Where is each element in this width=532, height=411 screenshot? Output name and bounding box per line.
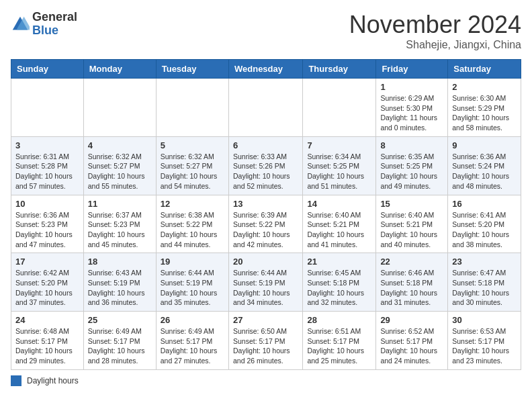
- day-info: Sunrise: 6:46 AM Sunset: 5:18 PM Dayligh…: [380, 268, 443, 308]
- calendar-day-header: Thursday: [303, 60, 376, 79]
- day-info: Sunrise: 6:39 AM Sunset: 5:22 PM Dayligh…: [233, 210, 298, 250]
- day-number: 20: [233, 257, 298, 267]
- day-number: 6: [233, 140, 298, 150]
- calendar-cell: 27Sunrise: 6:50 AM Sunset: 5:17 PM Dayli…: [228, 312, 302, 370]
- calendar-week-row: 3Sunrise: 6:31 AM Sunset: 5:28 PM Daylig…: [11, 136, 521, 195]
- day-info: Sunrise: 6:29 AM Sunset: 5:30 PM Dayligh…: [380, 93, 443, 133]
- day-number: 12: [161, 199, 224, 209]
- calendar-cell: 10Sunrise: 6:36 AM Sunset: 5:23 PM Dayli…: [11, 195, 84, 253]
- day-info: Sunrise: 6:51 AM Sunset: 5:17 PM Dayligh…: [307, 326, 371, 366]
- logo-text: General Blue: [32, 11, 77, 38]
- calendar-day-header: Saturday: [448, 60, 521, 79]
- legend: Daylight hours: [11, 375, 521, 386]
- day-number: 15: [380, 199, 443, 209]
- day-info: Sunrise: 6:50 AM Sunset: 5:17 PM Dayligh…: [233, 326, 298, 366]
- calendar-cell: [303, 79, 376, 137]
- calendar-cell: 25Sunrise: 6:49 AM Sunset: 5:17 PM Dayli…: [83, 312, 156, 370]
- calendar-week-row: 24Sunrise: 6:48 AM Sunset: 5:17 PM Dayli…: [11, 312, 521, 370]
- calendar-cell: 4Sunrise: 6:32 AM Sunset: 5:27 PM Daylig…: [83, 136, 156, 195]
- calendar-day-header: Sunday: [11, 60, 84, 79]
- day-info: Sunrise: 6:36 AM Sunset: 5:23 PM Dayligh…: [15, 210, 79, 250]
- logo-blue: Blue: [32, 24, 77, 38]
- calendar-cell: 5Sunrise: 6:32 AM Sunset: 5:27 PM Daylig…: [156, 136, 228, 195]
- day-number: 22: [380, 257, 443, 267]
- day-number: 1: [380, 82, 443, 92]
- calendar-cell: [83, 79, 156, 137]
- calendar-cell: 6Sunrise: 6:33 AM Sunset: 5:26 PM Daylig…: [228, 136, 302, 195]
- day-info: Sunrise: 6:41 AM Sunset: 5:20 PM Dayligh…: [452, 210, 517, 250]
- day-info: Sunrise: 6:42 AM Sunset: 5:20 PM Dayligh…: [15, 268, 79, 308]
- calendar-cell: 28Sunrise: 6:51 AM Sunset: 5:17 PM Dayli…: [303, 312, 376, 370]
- month-title: November 2024: [349, 11, 521, 39]
- calendar-day-header: Friday: [376, 60, 448, 79]
- day-number: 7: [307, 140, 371, 150]
- calendar-cell: 15Sunrise: 6:40 AM Sunset: 5:21 PM Dayli…: [376, 195, 448, 253]
- calendar-day-header: Wednesday: [228, 60, 302, 79]
- calendar-cell: [156, 79, 228, 137]
- day-number: 24: [15, 315, 79, 325]
- day-info: Sunrise: 6:30 AM Sunset: 5:29 PM Dayligh…: [452, 93, 517, 133]
- day-number: 14: [307, 199, 371, 209]
- day-number: 25: [88, 315, 152, 325]
- location: Shahejie, Jiangxi, China: [349, 39, 521, 51]
- day-number: 29: [380, 315, 443, 325]
- calendar-cell: 17Sunrise: 6:42 AM Sunset: 5:20 PM Dayli…: [11, 253, 84, 312]
- calendar-cell: 16Sunrise: 6:41 AM Sunset: 5:20 PM Dayli…: [448, 195, 521, 253]
- day-info: Sunrise: 6:49 AM Sunset: 5:17 PM Dayligh…: [161, 326, 224, 366]
- calendar-cell: 23Sunrise: 6:47 AM Sunset: 5:18 PM Dayli…: [448, 253, 521, 312]
- page-header: General Blue November 2024 Shahejie, Jia…: [11, 11, 521, 51]
- calendar-cell: 21Sunrise: 6:45 AM Sunset: 5:18 PM Dayli…: [303, 253, 376, 312]
- day-number: 10: [15, 199, 79, 209]
- calendar-cell: 11Sunrise: 6:37 AM Sunset: 5:23 PM Dayli…: [83, 195, 156, 253]
- day-number: 27: [233, 315, 298, 325]
- calendar-cell: 13Sunrise: 6:39 AM Sunset: 5:22 PM Dayli…: [228, 195, 302, 253]
- day-info: Sunrise: 6:37 AM Sunset: 5:23 PM Dayligh…: [88, 210, 152, 250]
- day-info: Sunrise: 6:35 AM Sunset: 5:25 PM Dayligh…: [380, 152, 443, 191]
- day-info: Sunrise: 6:33 AM Sunset: 5:26 PM Dayligh…: [233, 152, 298, 191]
- day-number: 21: [307, 257, 371, 267]
- legend-box: [11, 375, 21, 386]
- calendar-cell: 29Sunrise: 6:52 AM Sunset: 5:17 PM Dayli…: [376, 312, 448, 370]
- day-number: 23: [452, 257, 517, 267]
- calendar-cell: 18Sunrise: 6:43 AM Sunset: 5:19 PM Dayli…: [83, 253, 156, 312]
- day-number: 26: [161, 315, 224, 325]
- day-number: 4: [88, 140, 152, 150]
- calendar-cell: 14Sunrise: 6:40 AM Sunset: 5:21 PM Dayli…: [303, 195, 376, 253]
- calendar-day-header: Tuesday: [156, 60, 228, 79]
- calendar-week-row: 17Sunrise: 6:42 AM Sunset: 5:20 PM Dayli…: [11, 253, 521, 312]
- day-info: Sunrise: 6:52 AM Sunset: 5:17 PM Dayligh…: [380, 326, 443, 366]
- calendar-header-row: SundayMondayTuesdayWednesdayThursdayFrid…: [11, 60, 521, 79]
- day-number: 18: [88, 257, 152, 267]
- calendar-cell: 30Sunrise: 6:53 AM Sunset: 5:17 PM Dayli…: [448, 312, 521, 370]
- calendar-cell: 19Sunrise: 6:44 AM Sunset: 5:19 PM Dayli…: [156, 253, 228, 312]
- calendar-week-row: 10Sunrise: 6:36 AM Sunset: 5:23 PM Dayli…: [11, 195, 521, 253]
- day-number: 3: [15, 140, 79, 150]
- calendar-cell: 22Sunrise: 6:46 AM Sunset: 5:18 PM Dayli…: [376, 253, 448, 312]
- day-number: 2: [452, 82, 517, 92]
- calendar-cell: [11, 79, 84, 137]
- logo: General Blue: [11, 11, 77, 38]
- legend-text: Daylight hours: [27, 376, 79, 385]
- day-info: Sunrise: 6:40 AM Sunset: 5:21 PM Dayligh…: [307, 210, 371, 250]
- day-number: 9: [452, 140, 517, 150]
- calendar-cell: 3Sunrise: 6:31 AM Sunset: 5:28 PM Daylig…: [11, 136, 84, 195]
- calendar-cell: [228, 79, 302, 137]
- day-number: 19: [161, 257, 224, 267]
- calendar-week-row: 1Sunrise: 6:29 AM Sunset: 5:30 PM Daylig…: [11, 79, 521, 137]
- logo-general: General: [32, 11, 77, 24]
- day-info: Sunrise: 6:32 AM Sunset: 5:27 PM Dayligh…: [161, 152, 224, 191]
- day-number: 30: [452, 315, 517, 325]
- day-info: Sunrise: 6:53 AM Sunset: 5:17 PM Dayligh…: [452, 326, 517, 366]
- title-block: November 2024 Shahejie, Jiangxi, China: [349, 11, 521, 51]
- day-info: Sunrise: 6:44 AM Sunset: 5:19 PM Dayligh…: [161, 268, 224, 308]
- calendar-cell: 24Sunrise: 6:48 AM Sunset: 5:17 PM Dayli…: [11, 312, 84, 370]
- day-number: 16: [452, 199, 517, 209]
- calendar-cell: 12Sunrise: 6:38 AM Sunset: 5:22 PM Dayli…: [156, 195, 228, 253]
- day-number: 11: [88, 199, 152, 209]
- calendar-cell: 26Sunrise: 6:49 AM Sunset: 5:17 PM Dayli…: [156, 312, 228, 370]
- day-number: 5: [161, 140, 224, 150]
- day-info: Sunrise: 6:48 AM Sunset: 5:17 PM Dayligh…: [15, 326, 79, 366]
- calendar-cell: 7Sunrise: 6:34 AM Sunset: 5:25 PM Daylig…: [303, 136, 376, 195]
- calendar-cell: 20Sunrise: 6:44 AM Sunset: 5:19 PM Dayli…: [228, 253, 302, 312]
- calendar-cell: 2Sunrise: 6:30 AM Sunset: 5:29 PM Daylig…: [448, 79, 521, 137]
